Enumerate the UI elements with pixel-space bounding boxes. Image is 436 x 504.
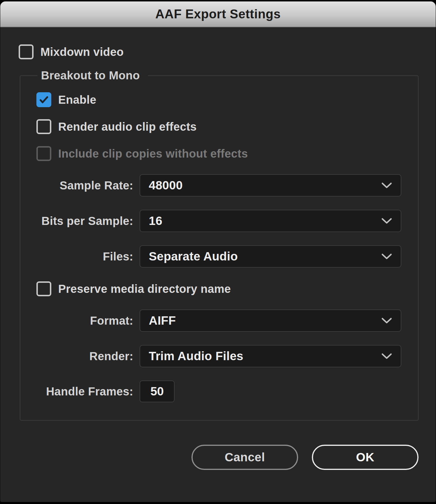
include-clip-copies-row: Include clip copies without effects — [36, 146, 401, 161]
enable-row: Enable — [36, 92, 401, 107]
render-audio-clip-effects-row: Render audio clip effects — [36, 119, 401, 134]
render-audio-clip-effects-label: Render audio clip effects — [58, 120, 197, 133]
format-row: Format: AIFF — [36, 309, 401, 332]
render-dropdown[interactable]: Trim Audio Files — [140, 345, 401, 367]
chevron-down-icon — [381, 353, 392, 360]
include-clip-copies-label: Include clip copies without effects — [58, 147, 248, 160]
handle-frames-input[interactable] — [140, 381, 175, 402]
bits-per-sample-row: Bits per Sample: 16 — [36, 210, 401, 232]
dialog-content: Mixdown video Breakout to Mono Enable Re… — [0, 44, 436, 470]
dialog-title: AAF Export Settings — [155, 7, 281, 21]
sample-rate-value: 48000 — [149, 179, 183, 192]
render-label: Render: — [36, 350, 134, 363]
files-label: Files: — [36, 250, 134, 263]
mixdown-video-row: Mixdown video — [19, 44, 419, 59]
include-clip-copies-checkbox — [36, 146, 51, 161]
render-row: Render: Trim Audio Files — [36, 345, 401, 367]
handle-frames-label: Handle Frames: — [36, 385, 134, 398]
handle-frames-row: Handle Frames: — [36, 381, 401, 402]
preserve-media-directory-label: Preserve media directory name — [58, 283, 231, 295]
dialog-titlebar[interactable]: AAF Export Settings — [0, 1, 436, 27]
mixdown-video-label: Mixdown video — [40, 46, 124, 58]
mixdown-video-checkbox[interactable] — [19, 44, 34, 59]
dialog-button-row: Cancel OK — [19, 445, 419, 470]
format-dropdown[interactable]: AIFF — [140, 309, 401, 332]
format-value: AIFF — [149, 314, 176, 327]
sample-rate-label: Sample Rate: — [36, 179, 134, 192]
bits-per-sample-label: Bits per Sample: — [36, 215, 134, 228]
screenshot-canvas: AAF Export Settings Mixdown video Breako… — [0, 0, 436, 504]
enable-label: Enable — [58, 93, 96, 106]
preserve-media-directory-checkbox[interactable] — [36, 281, 51, 296]
bits-per-sample-value: 16 — [149, 214, 162, 228]
render-audio-clip-effects-checkbox[interactable] — [36, 119, 51, 134]
format-label: Format: — [36, 314, 134, 327]
files-row: Files: Separate Audio — [36, 245, 401, 268]
sample-rate-row: Sample Rate: 48000 — [36, 174, 401, 197]
bits-per-sample-dropdown[interactable]: 16 — [140, 210, 401, 232]
enable-checkbox[interactable] — [36, 92, 51, 107]
preserve-media-directory-row: Preserve media directory name — [36, 281, 401, 296]
aaf-export-settings-dialog: AAF Export Settings Mixdown video Breako… — [0, 1, 436, 502]
files-value: Separate Audio — [149, 250, 238, 263]
files-dropdown[interactable]: Separate Audio — [140, 245, 401, 268]
chevron-down-icon — [381, 317, 392, 324]
breakout-to-mono-legend: Breakout to Mono — [38, 69, 148, 82]
sample-rate-dropdown[interactable]: 48000 — [140, 174, 401, 197]
render-value: Trim Audio Files — [149, 349, 243, 363]
ok-button[interactable]: OK — [312, 445, 419, 470]
breakout-to-mono-group: Breakout to Mono Enable Render audio cli… — [20, 69, 419, 421]
checkmark-icon — [38, 94, 50, 105]
chevron-down-icon — [381, 253, 392, 260]
chevron-down-icon — [381, 217, 392, 224]
cancel-button[interactable]: Cancel — [191, 445, 298, 470]
chevron-down-icon — [381, 182, 392, 189]
